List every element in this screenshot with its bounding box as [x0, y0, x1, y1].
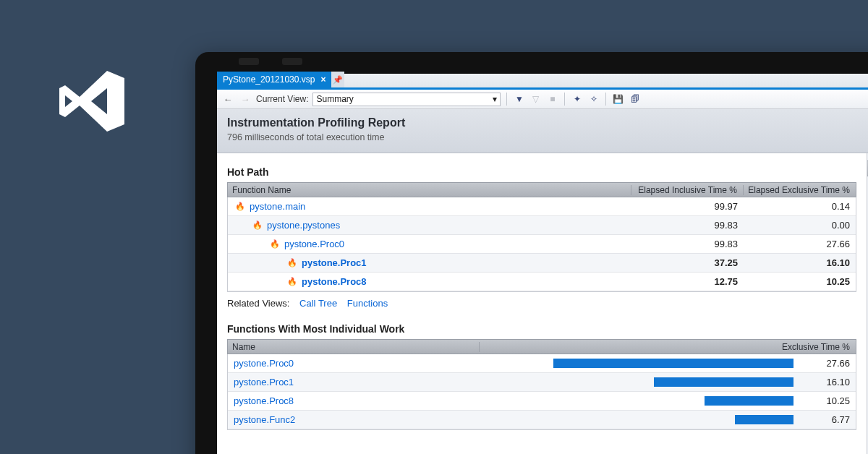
exclusive-time: 16.10 [744, 257, 856, 268]
exclusive-time-bar [654, 377, 793, 387]
document-tab[interactable]: PyStone_20121030.vsp × [217, 72, 331, 87]
function-name: pystone.Proc0 [228, 358, 542, 369]
mark-filter-icon[interactable]: ✧ [587, 93, 600, 106]
visual-studio-logo [55, 65, 127, 137]
function-name: pystone.Proc8 [302, 276, 367, 287]
current-view-dropdown[interactable]: Summary ▾ [312, 93, 501, 106]
flame-icon: 🔥 [287, 258, 297, 267]
filter-icon[interactable]: ▼ [513, 93, 525, 106]
chevron-down-icon: ▾ [493, 94, 497, 104]
close-tab-icon[interactable]: × [320, 74, 326, 85]
col-function-name[interactable]: Function Name [228, 185, 631, 195]
current-view-value: Summary [316, 94, 353, 104]
laptop-frame: PyStone_20121030.vsp × 📌 ← → Current Vie… [195, 52, 868, 454]
col-exclusive-pct[interactable]: Exclusive Time % [480, 342, 856, 352]
function-name: pystone.Func2 [228, 414, 542, 425]
exclusive-time-value: 16.10 [798, 377, 856, 387]
mark-add-icon[interactable]: ✦ [571, 93, 583, 106]
hot-path-row[interactable]: 🔥pystone.Proc099.8327.66 [228, 235, 856, 254]
report-header: Instrumentation Profiling Report 796 mil… [217, 109, 868, 153]
related-views: Related Views: Call Tree Functions [227, 298, 856, 309]
inclusive-time: 99.83 [631, 220, 744, 231]
exclusive-time: 10.25 [744, 276, 856, 287]
function-name: pystone.Proc1 [302, 257, 367, 268]
exclusive-time: 27.66 [744, 239, 856, 249]
funcwork-row[interactable]: pystone.Proc027.66 [228, 354, 856, 373]
funcwork-row[interactable]: pystone.Func26.77 [228, 411, 856, 429]
function-name: pystone.pystones [267, 220, 340, 231]
filter-clear-icon[interactable]: ▽ [529, 93, 542, 106]
function-name: pystone.main [250, 201, 305, 212]
exclusive-time-bar [735, 415, 793, 424]
report-subtitle: 796 milliseconds of total execution time [227, 132, 868, 142]
app-screen: PyStone_20121030.vsp × 📌 ← → Current Vie… [217, 74, 868, 454]
function-name: pystone.Proc1 [228, 377, 542, 387]
funcwork-row[interactable]: pystone.Proc116.10 [228, 373, 856, 392]
flame-icon: 🔥 [287, 277, 297, 286]
col-inclusive-time[interactable]: Elapsed Inclusive Time % [631, 185, 744, 195]
function-name: pystone.Proc8 [228, 395, 542, 406]
hot-path-row[interactable]: 🔥pystone.Proc812.7510.25 [228, 273, 856, 291]
exclusive-time-value: 6.77 [798, 414, 856, 425]
link-call-tree[interactable]: Call Tree [299, 298, 337, 309]
flame-icon: 🔥 [235, 202, 245, 211]
toolbar-separator [605, 93, 606, 106]
flame-icon: 🔥 [252, 220, 263, 230]
funcwork-header: Name Exclusive Time % [227, 339, 856, 354]
exclusive-time-value: 10.25 [798, 395, 856, 406]
nav-forward-button[interactable]: → [239, 94, 252, 105]
report-main: Hot Path Function Name Elapsed Inclusive… [217, 153, 867, 454]
col-name[interactable]: Name [228, 342, 480, 352]
hot-path-rows: 🔥pystone.main99.970.14🔥pystone.pystones9… [227, 197, 856, 292]
exclusive-time: 0.00 [744, 220, 856, 231]
exclusive-time-value: 27.66 [798, 358, 856, 369]
inclusive-time: 12.75 [631, 276, 744, 287]
hot-path-row[interactable]: 🔥pystone.main99.970.14 [228, 197, 856, 216]
toolbar-separator [506, 93, 507, 106]
function-name: pystone.Proc0 [284, 239, 344, 249]
related-views-label: Related Views: [227, 298, 289, 309]
funcwork-rows: pystone.Proc027.66pystone.Proc116.10pyst… [227, 354, 856, 430]
funcwork-title: Functions With Most Individual Work [227, 323, 856, 335]
inclusive-time: 99.97 [631, 201, 744, 212]
inclusive-time: 37.25 [631, 257, 744, 268]
current-view-label: Current View: [256, 94, 308, 104]
exclusive-time: 0.14 [744, 201, 856, 212]
funcwork-row[interactable]: pystone.Proc810.25 [228, 392, 856, 411]
pin-tab-icon[interactable]: 📌 [331, 72, 344, 87]
hot-path-header: Function Name Elapsed Inclusive Time % E… [227, 182, 856, 197]
hot-path-row[interactable]: 🔥pystone.Proc137.2516.10 [228, 254, 856, 273]
hot-path-row[interactable]: 🔥pystone.pystones99.830.00 [228, 216, 856, 235]
document-tab-label: PyStone_20121030.vsp [223, 74, 315, 85]
save-copy-icon[interactable]: 🗐 [629, 93, 641, 106]
save-icon[interactable]: 💾 [612, 93, 624, 106]
hot-path-title: Hot Path [227, 166, 856, 178]
flame-icon: 🔥 [270, 239, 280, 249]
report-toolbar: ← → Current View: Summary ▾ ▼ ▽ ■ ✦ ✧ 💾 … [217, 90, 868, 109]
document-tabstrip: PyStone_20121030.vsp × 📌 [217, 74, 868, 90]
stop-icon[interactable]: ■ [546, 93, 558, 106]
exclusive-time-bar [553, 359, 793, 368]
link-functions[interactable]: Functions [347, 298, 388, 309]
exclusive-time-bar [705, 396, 793, 406]
inclusive-time: 99.83 [631, 239, 744, 249]
col-exclusive-time[interactable]: Elapsed Exclusive Time % [744, 185, 856, 195]
toolbar-separator [564, 93, 565, 106]
nav-back-button[interactable]: ← [221, 94, 234, 105]
report-title: Instrumentation Profiling Report [227, 116, 868, 129]
